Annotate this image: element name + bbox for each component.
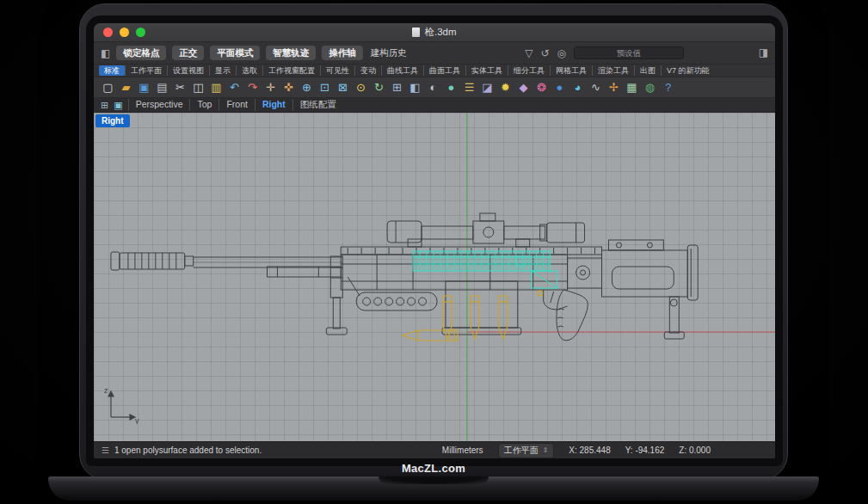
layers-icon[interactable]: ☰ — [462, 82, 477, 93]
laptop-brand-label: MacZL.com — [80, 462, 787, 475]
properties-icon[interactable]: ◪ — [480, 82, 495, 93]
tab-select[interactable]: 选取 — [236, 65, 262, 77]
toggle-gumball[interactable]: 操作轴 — [322, 46, 363, 60]
main-toolbar: ◧ 锁定格点正交平面模式智慧轨迹操作轴 建构历史 ▽ ↺ ◎ ◨ — [94, 42, 775, 65]
tab-mesh-tools[interactable]: 网格工具 — [550, 65, 592, 77]
tab-cplane[interactable]: 工作平面 — [125, 65, 167, 77]
curve-tools-icon[interactable]: ∿ — [588, 82, 603, 93]
rifle-wireframe — [111, 213, 698, 341]
preset-input[interactable] — [574, 46, 684, 59]
status-left: ☰ 1 open polysurface added to selection. — [102, 446, 262, 455]
tab-drafting[interactable]: 出图 — [634, 65, 661, 77]
paste-icon[interactable]: ▥ — [209, 82, 224, 93]
display-mode-icon[interactable]: ◐ — [426, 82, 440, 93]
toolbar-toggles: 锁定格点正交平面模式智慧轨迹操作轴 — [116, 46, 363, 60]
coordinate-z: Z: 0.000 — [679, 446, 711, 455]
dropdown-arrows-icon: ⇕ — [543, 446, 549, 454]
undo-icon[interactable]: ↶ — [227, 82, 242, 93]
redo-icon[interactable]: ↷ — [245, 82, 260, 93]
pan-hand-icon[interactable]: ✛ — [263, 82, 278, 93]
selection-highlight — [413, 251, 557, 288]
window-title-text: 枪.3dm — [424, 26, 456, 39]
zoom-selected-icon[interactable]: ⊙ — [354, 82, 368, 93]
gumball-icon[interactable]: ✢ — [606, 82, 621, 93]
tab-curve-tools[interactable]: 曲线工具 — [381, 65, 423, 77]
record-icon[interactable]: ◎ — [557, 48, 566, 58]
filter-icon[interactable]: ▽ — [525, 48, 532, 58]
color-wheel-icon[interactable]: ❂ — [534, 82, 549, 93]
move-icon[interactable]: ✜ — [281, 82, 296, 93]
status-bar: ☰ 1 open polysurface added to selection.… — [94, 441, 775, 458]
vtab-right[interactable]: Right — [255, 99, 292, 111]
set-view-icon[interactable]: ◧ — [408, 82, 422, 93]
tab-viewport-layout[interactable]: 工作视窗配置 — [262, 65, 320, 77]
ribbon-tab-bar: 标准工作平面设置视图显示选取工作视窗配置可见性变动曲线工具曲面工具实体工具细分工… — [94, 65, 775, 77]
fullscreen-button[interactable] — [136, 28, 145, 37]
cut-icon[interactable]: ✂ — [173, 82, 188, 93]
minimize-button[interactable] — [120, 28, 129, 37]
zoom-extents-icon[interactable]: ⊠ — [336, 82, 350, 93]
grid-snap-icon[interactable]: ▦ — [625, 82, 639, 93]
history-label[interactable]: 建构历史 — [371, 47, 407, 59]
tool-icon-bar: ▢▰▣▤✂◫▥↶↷✛✜⊕⊡⊠⊙↻⊞◧◐●☰◪✹◆❂●◕∿✢▦◍? — [94, 77, 775, 98]
zoom-window-icon[interactable]: ⊡ — [317, 82, 332, 93]
viewport-label[interactable]: Right — [95, 114, 130, 127]
status-right: Millimeters 工作平面 ⇕ X: 285.448 Y: -94.162… — [442, 443, 711, 458]
new-document-icon[interactable]: ▢ — [101, 82, 115, 93]
status-message: 1 open polysurface added to selection. — [114, 446, 262, 455]
tab-render-tools[interactable]: 渲染工具 — [592, 65, 634, 77]
viewport-grid-icon[interactable]: ⊞ — [101, 100, 108, 111]
save-icon[interactable]: ▣ — [137, 82, 151, 93]
vtab-top[interactable]: Top — [189, 99, 219, 111]
viewport-canvas[interactable] — [94, 113, 775, 441]
zoom-dynamic-icon[interactable]: ⊕ — [299, 82, 314, 93]
coordinate-y: Y: -94.162 — [625, 446, 665, 455]
rotate-view-icon[interactable]: ↻ — [372, 82, 386, 93]
tab-solid-tools[interactable]: 实体工具 — [465, 65, 508, 77]
panel-toggle-icon[interactable]: ◨ — [759, 47, 768, 58]
vtab-front[interactable]: Front — [219, 99, 255, 111]
toggle-planar-mode[interactable]: 平面模式 — [210, 46, 260, 60]
viewport-layout-icon[interactable]: ▣ — [114, 100, 122, 111]
shaded-view-icon[interactable]: ● — [444, 82, 459, 93]
open-folder-icon[interactable]: ▰ — [119, 82, 133, 93]
axis-indicator: z y — [102, 384, 142, 424]
toolbar-right-cluster: ▽ ↺ ◎ — [525, 46, 684, 59]
laptop-base — [48, 476, 819, 501]
cplane-select[interactable]: 工作平面 ⇕ — [498, 443, 555, 458]
laptop-lid-notch — [379, 476, 489, 484]
copy-icon[interactable]: ◫ — [191, 82, 206, 93]
tab-display[interactable]: 显示 — [209, 65, 236, 77]
tab-transform[interactable]: 变动 — [354, 65, 381, 77]
app-window: 枪.3dm ◧ 锁定格点正交平面模式智慧轨迹操作轴 建构历史 ▽ ↺ ◎ ◨ 标… — [94, 23, 775, 458]
earth-icon[interactable]: ◍ — [643, 82, 657, 93]
window-title: 枪.3dm — [94, 26, 775, 39]
command-panel-icon[interactable]: ◧ — [101, 48, 110, 58]
toggle-smart-track[interactable]: 智慧轨迹 — [266, 46, 316, 60]
named-views-icon[interactable]: ⊞ — [390, 82, 404, 93]
close-button[interactable] — [103, 28, 113, 37]
window-titlebar: 枪.3dm — [94, 23, 775, 42]
tab-visibility[interactable]: 可见性 — [320, 65, 354, 77]
vtab-layout[interactable]: 图纸配置 — [292, 99, 343, 111]
material-icon[interactable]: ● — [552, 82, 567, 93]
viewport-tabs: PerspectiveTopFrontRight图纸配置 — [128, 99, 343, 111]
document-icon — [412, 28, 420, 37]
help-icon[interactable]: ? — [661, 82, 675, 93]
render-icon[interactable]: ◕ — [570, 82, 585, 93]
toggle-grid-snap[interactable]: 锁定格点 — [116, 46, 166, 60]
lock-icon[interactable]: ◆ — [516, 82, 531, 93]
tab-v7-new[interactable]: V7 的新功能 — [661, 65, 715, 77]
vtab-perspective[interactable]: Perspective — [128, 99, 190, 111]
tab-subd-tools[interactable]: 细分工具 — [508, 65, 550, 77]
tab-surface-tools[interactable]: 曲面工具 — [423, 65, 465, 77]
replay-icon[interactable]: ↺ — [540, 48, 549, 58]
light-icon[interactable]: ✹ — [498, 82, 513, 93]
print-icon[interactable]: ▤ — [155, 82, 169, 93]
units-label[interactable]: Millimeters — [442, 446, 483, 455]
tab-set-view[interactable]: 设置视图 — [167, 65, 209, 77]
viewport-right[interactable]: Right — [94, 113, 775, 441]
tab-standard[interactable]: 标准 — [99, 65, 125, 77]
toggle-ortho[interactable]: 正交 — [172, 46, 204, 60]
coordinate-x: X: 285.448 — [569, 446, 610, 455]
